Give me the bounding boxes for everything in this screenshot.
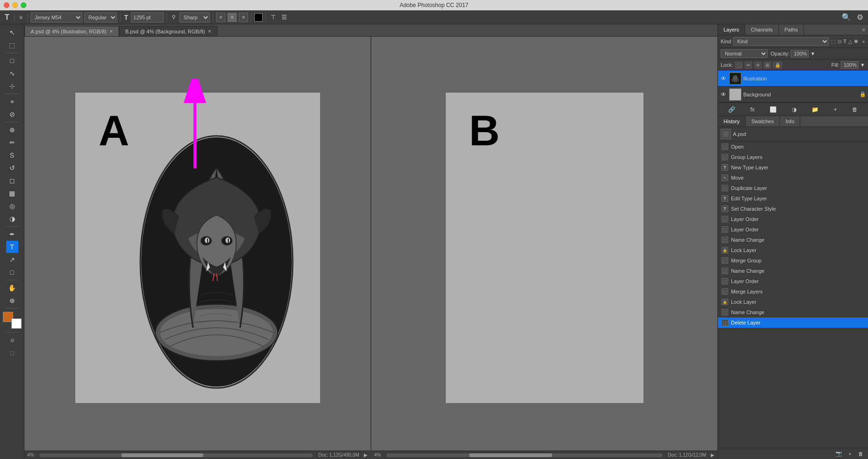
history-item-12[interactable]: ⬚ Name Change: [718, 266, 868, 276]
history-item-0[interactable]: ⬚ Open: [718, 142, 868, 152]
antialiasing-select[interactable]: Sharp: [179, 12, 210, 23]
fill-arrow[interactable]: ▼: [860, 62, 865, 68]
maximize-button[interactable]: [21, 2, 26, 8]
lock-artboard-button[interactable]: ⊞: [764, 62, 771, 69]
layers-tab[interactable]: Layers: [718, 24, 745, 35]
screen-mode-tool[interactable]: ⬚: [6, 347, 18, 359]
history-item-2[interactable]: T New Type Layer: [718, 162, 868, 173]
clone-stamp-tool[interactable]: S: [6, 149, 18, 161]
new-group-button[interactable]: 📁: [810, 105, 820, 114]
filter-smart-icon[interactable]: ✱: [854, 39, 858, 45]
history-item-8[interactable]: ⬚ Layer Order: [718, 224, 868, 235]
history-item-15[interactable]: 🔒 Lock Layer: [718, 297, 868, 307]
new-history-button[interactable]: +: [847, 450, 853, 458]
zoom-tool[interactable]: ⊕: [6, 294, 18, 307]
add-mask-button[interactable]: ⬜: [768, 105, 779, 114]
align-center-button[interactable]: ≡: [227, 13, 237, 22]
pen-tool[interactable]: ✒: [6, 228, 18, 240]
text-color-swatch[interactable]: [254, 13, 263, 22]
filter-pixel-icon[interactable]: ⬚: [831, 39, 836, 45]
layer-vis-illustration[interactable]: 👁: [720, 75, 727, 82]
layer-item-background[interactable]: 👁 Background 🔒: [718, 87, 868, 103]
layer-item-illustration[interactable]: 👁 Illustration: [718, 71, 868, 87]
history-item-9[interactable]: ⬚ Name Change: [718, 235, 868, 245]
artboard-tool[interactable]: ⬚: [6, 39, 18, 51]
tab-b-close[interactable]: ✕: [208, 29, 211, 34]
align-left-button[interactable]: ≡: [216, 13, 225, 22]
lasso-tool[interactable]: ∿: [6, 67, 18, 79]
eraser-tool[interactable]: ◻: [6, 174, 18, 187]
layer-vis-background[interactable]: 👁: [720, 91, 727, 98]
filter-shape-icon[interactable]: △: [848, 39, 852, 45]
antialiasing-button[interactable]: ⚲: [170, 13, 177, 21]
filter-kind-select[interactable]: Kind: [733, 37, 829, 46]
history-item-6[interactable]: T Set Character Style: [718, 204, 868, 214]
marquee-tool[interactable]: □: [6, 55, 18, 67]
fill-input[interactable]: [841, 61, 859, 69]
new-layer-button[interactable]: +: [832, 105, 839, 114]
blur-tool[interactable]: ◎: [6, 200, 18, 212]
delete-history-button[interactable]: 🗑: [856, 450, 865, 458]
blend-mode-select[interactable]: Normal: [721, 49, 768, 58]
filter-adjust-icon[interactable]: ⊙: [837, 39, 842, 45]
align-right-button[interactable]: ≡: [239, 13, 248, 22]
history-item-7[interactable]: ⬚ Layer Order: [718, 214, 868, 224]
workspace-button[interactable]: ⚙: [855, 12, 865, 23]
filter-type-icon[interactable]: T: [844, 39, 847, 44]
layer-effects-button[interactable]: fx: [748, 105, 756, 114]
new-snapshot-button[interactable]: 📷: [834, 450, 844, 458]
history-item-14[interactable]: ⬚ Merge Layers: [718, 286, 868, 297]
brush-tool[interactable]: ✏: [6, 136, 18, 149]
panel-collapse-button[interactable]: ≡: [860, 24, 868, 35]
search-button[interactable]: 🔍: [840, 12, 853, 23]
paths-tab[interactable]: Paths: [779, 24, 804, 35]
swatches-tab[interactable]: Swatches: [746, 116, 780, 127]
font-family-select[interactable]: Jersey M54: [31, 12, 82, 23]
history-item-4[interactable]: ⬚ Duplicate Layer: [718, 183, 868, 193]
magic-wand-tool[interactable]: ⊹: [6, 80, 18, 92]
crop-tool[interactable]: ⌖: [6, 95, 18, 108]
history-brush-tool[interactable]: ↺: [6, 162, 18, 174]
eyedropper-tool[interactable]: ⊘: [6, 108, 18, 120]
opacity-arrow[interactable]: ▼: [810, 51, 815, 56]
new-adjustment-button[interactable]: ◑: [790, 105, 798, 114]
font-size-input[interactable]: [131, 12, 164, 23]
channels-tab[interactable]: Channels: [745, 24, 779, 35]
quick-mask-tool[interactable]: ⊙: [6, 334, 18, 346]
text-options-button[interactable]: ☰: [280, 13, 289, 22]
dodge-tool[interactable]: ◑: [6, 213, 18, 225]
type-tool-button[interactable]: T: [3, 12, 11, 23]
history-item-10[interactable]: 🔒 Lock Layer: [718, 245, 868, 255]
tab-document-a[interactable]: A.psd @ 4% (Illustration, RGB/8) ✕: [24, 26, 119, 36]
history-item-17[interactable]: ⬚ Delete Layer: [718, 317, 868, 328]
delete-layer-button[interactable]: 🗑: [850, 105, 860, 114]
info-tab[interactable]: Info: [780, 116, 800, 127]
move-tool[interactable]: ↖: [6, 26, 18, 39]
history-item-11[interactable]: ⬚ Merge Group: [718, 255, 868, 266]
background-color[interactable]: [11, 318, 22, 329]
lock-transparent-button[interactable]: ⬚: [735, 62, 743, 69]
lock-all-button[interactable]: 🔒: [773, 62, 782, 69]
lock-position-button[interactable]: ✛: [754, 62, 762, 69]
tool-options-button[interactable]: ≡: [17, 13, 24, 22]
history-item-3[interactable]: ↖ Move: [718, 173, 868, 183]
history-item-16[interactable]: ⬚ Name Change: [718, 307, 868, 317]
gradient-tool[interactable]: ▦: [6, 187, 18, 199]
spot-heal-tool[interactable]: ⊕: [6, 124, 18, 136]
path-select-tool[interactable]: ↗: [6, 253, 18, 266]
tab-a-close[interactable]: ✕: [109, 29, 113, 34]
tab-document-b[interactable]: B.psd @ 4% (Background, RGB/8) ✕: [119, 26, 218, 36]
lock-image-button[interactable]: ✏: [745, 62, 752, 69]
minimize-button[interactable]: [12, 2, 18, 8]
close-button[interactable]: [4, 2, 9, 8]
history-item-1[interactable]: ⬚ Group Layers: [718, 152, 868, 162]
warp-text-button[interactable]: ⊤: [269, 13, 278, 22]
type-tool[interactable]: T: [6, 241, 18, 253]
shape-tool[interactable]: □: [6, 266, 18, 278]
hand-tool[interactable]: ✋: [6, 282, 18, 294]
history-item-5[interactable]: T Edit Type Layer: [718, 193, 868, 204]
link-layers-button[interactable]: 🔗: [726, 105, 737, 114]
font-style-select[interactable]: Regular: [84, 12, 117, 23]
opacity-input[interactable]: [791, 50, 809, 57]
filter-toggle[interactable]: ●: [862, 39, 865, 44]
